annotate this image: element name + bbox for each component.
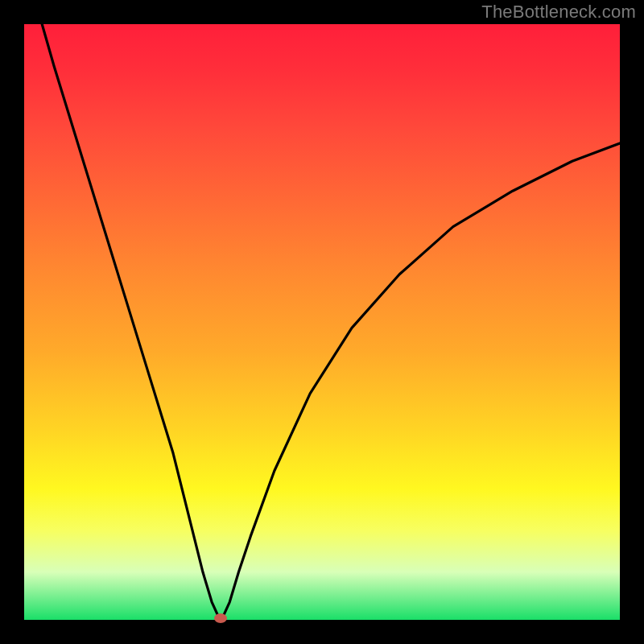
chart-frame: TheBottleneck.com	[0, 0, 644, 644]
watermark-text: TheBottleneck.com	[481, 2, 636, 23]
optimum-marker	[214, 613, 227, 623]
curve-svg	[24, 24, 620, 620]
plot-area	[24, 24, 620, 620]
curve-path	[42, 24, 620, 618]
